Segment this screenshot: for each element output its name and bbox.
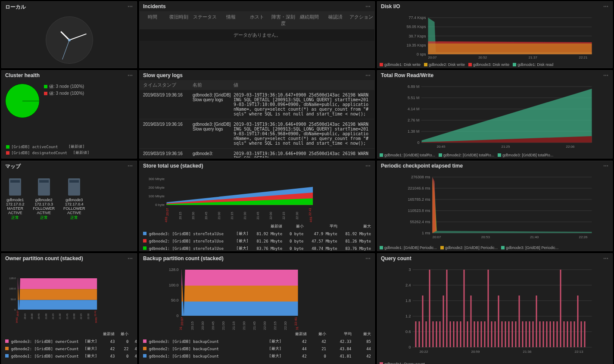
col-severity[interactable]: 障害・深刻度 bbox=[270, 14, 296, 27]
map-panel: マップ⋯ gdbnode1172.17.0.2MASTERACTIVE正常gdb… bbox=[1, 161, 137, 251]
svg-rect-150 bbox=[529, 321, 530, 347]
svg-text:221046.6 ms: 221046.6 ms bbox=[408, 186, 430, 190]
panel-menu-icon[interactable]: ⋯ bbox=[603, 72, 609, 78]
checkpoint-panel: Periodic checkpoint elapsed time⋯ 276308… bbox=[377, 161, 613, 251]
col-recovery[interactable]: 復旧時刻 bbox=[166, 14, 192, 27]
cluster-pie[interactable] bbox=[5, 84, 40, 118]
svg-rect-165 bbox=[581, 321, 582, 347]
svg-text:22:00: 22:00 bbox=[269, 212, 273, 220]
panel-menu-icon[interactable]: ⋯ bbox=[365, 72, 371, 78]
svg-rect-164 bbox=[577, 296, 579, 347]
totalrow-legend: gdbnode1: [GridDB] totalRo... gdbnode2: … bbox=[380, 153, 610, 157]
svg-rect-166 bbox=[584, 321, 586, 347]
svg-text:6.89 M: 6.89 M bbox=[408, 84, 420, 89]
col-host[interactable]: ホスト bbox=[244, 14, 270, 27]
col-value[interactable]: 値 bbox=[234, 82, 371, 88]
col-duration[interactable]: 継続期間 bbox=[296, 14, 322, 27]
col-ack[interactable]: 確認済 bbox=[322, 14, 349, 27]
panel-menu-icon[interactable]: ⋯ bbox=[128, 3, 133, 11]
svg-rect-148 bbox=[522, 321, 524, 347]
svg-text:21:15: 21:15 bbox=[232, 321, 236, 330]
col-time[interactable]: 時間 bbox=[140, 14, 166, 27]
panel-menu-icon[interactable]: ⋯ bbox=[603, 3, 609, 9]
panel-menu-icon[interactable]: ⋯ bbox=[365, 3, 371, 9]
svg-text:20:15: 20:15 bbox=[190, 321, 194, 330]
log-row[interactable]: 2019/03/19 19:36:16gdbnode3: [GridDB] Sl… bbox=[140, 119, 374, 149]
svg-text:20:45: 20:45 bbox=[205, 212, 208, 220]
col-info[interactable]: 情報 bbox=[218, 14, 244, 27]
svg-text:200 Mbyte: 200 Mbyte bbox=[149, 186, 165, 190]
svg-text:3: 3 bbox=[408, 268, 411, 272]
panel-menu-icon[interactable]: ⋯ bbox=[128, 255, 133, 261]
incidents-panel: Incidents⋯ 時間 復旧時刻 ステータス 情報 ホスト 障害・深刻度 継… bbox=[139, 1, 375, 68]
log-row[interactable]: 2019/03/19 19:36:16gdbnode3: [GridDB] Sl… bbox=[140, 90, 374, 119]
storetotal-chart[interactable]: 300 Mbyte200 Mbyte100 Mbyte0 byte 20:072… bbox=[140, 171, 374, 222]
svg-text:20:30: 20:30 bbox=[192, 212, 195, 220]
svg-text:58.05 Ksps: 58.05 Ksps bbox=[406, 25, 426, 29]
svg-rect-139 bbox=[491, 321, 492, 347]
querycount-chart[interactable]: 32.41.81.20.60 20:2220:5921:3622:13 bbox=[377, 263, 612, 356]
panel-menu-icon[interactable]: ⋯ bbox=[603, 163, 609, 169]
panel-menu-icon[interactable]: ⋯ bbox=[365, 163, 371, 169]
owner-chart[interactable]: 128.0100.050.00 20:0720:1520:3020:4521:0… bbox=[2, 263, 137, 330]
svg-rect-154 bbox=[543, 321, 544, 347]
svg-text:22:41: 22:41 bbox=[309, 208, 312, 216]
backup-panel: Backup partition count (stacked)⋯ 128.01… bbox=[139, 253, 375, 364]
backup-chart[interactable]: 128.0100.050.00 20:0720:1520:3020:4521:0… bbox=[140, 263, 374, 330]
querycount-legend: gdbnode1: Query count bbox=[380, 362, 610, 364]
svg-rect-136 bbox=[481, 321, 482, 347]
panel-title: Periodic checkpoint elapsed time bbox=[381, 163, 463, 169]
svg-rect-142 bbox=[502, 321, 503, 347]
svg-text:20:52: 20:52 bbox=[478, 56, 487, 59]
panel-title: Cluster health bbox=[5, 72, 40, 78]
svg-text:1.2: 1.2 bbox=[405, 314, 411, 318]
node-item[interactable]: gdbnode3172.17.0.4FOLLOWERACTIVE正常 bbox=[63, 178, 85, 221]
col-name[interactable]: 名前 bbox=[193, 82, 234, 88]
col-action[interactable]: アクション bbox=[349, 14, 375, 27]
svg-text:55262.4 ms: 55262.4 ms bbox=[410, 220, 430, 224]
svg-text:04/01: 04/01 bbox=[179, 326, 183, 330]
checkpoint-chart[interactable]: 276308 ms221046.6 ms165785.2 ms110523.8 … bbox=[377, 171, 612, 240]
svg-text:0: 0 bbox=[408, 345, 411, 349]
svg-rect-117 bbox=[415, 321, 417, 347]
svg-text:21:45: 21:45 bbox=[256, 212, 260, 220]
svg-rect-163 bbox=[574, 321, 575, 347]
clock-panel: ローカル⋯ bbox=[1, 1, 137, 68]
svg-text:22:15: 22:15 bbox=[80, 314, 82, 320]
svg-rect-129 bbox=[457, 321, 458, 347]
svg-rect-145 bbox=[512, 321, 513, 347]
panel-title: Backup partition count (stacked) bbox=[143, 255, 224, 261]
svg-text:04/01: 04/01 bbox=[95, 317, 97, 323]
log-row[interactable]: 2019/03/19 19:36:16gdbnode3:2019-03-19T1… bbox=[140, 149, 374, 158]
svg-rect-161 bbox=[567, 321, 568, 347]
svg-text:20:22: 20:22 bbox=[419, 350, 428, 354]
panel-menu-icon[interactable]: ⋯ bbox=[128, 72, 133, 78]
col-timestamp[interactable]: タイムスタンプ bbox=[143, 82, 193, 88]
svg-text:20:07: 20:07 bbox=[180, 317, 184, 326]
diskio-chart[interactable]: 77.4 Ksps58.05 Ksps38.7 Ksps19.35 Ksps0 … bbox=[377, 11, 612, 59]
analog-clock bbox=[2, 12, 137, 68]
svg-text:20:07: 20:07 bbox=[16, 311, 19, 317]
svg-text:300 Mbyte: 300 Mbyte bbox=[149, 177, 165, 181]
node-item[interactable]: gdbnode2172.17.0.3FOLLOWERACTIVE正常 bbox=[33, 178, 55, 221]
col-status[interactable]: ステータス bbox=[192, 14, 218, 27]
svg-rect-156 bbox=[550, 321, 551, 347]
svg-text:100.0: 100.0 bbox=[9, 287, 16, 290]
svg-text:20:45: 20:45 bbox=[436, 145, 446, 149]
totalrow-chart[interactable]: 6.89 M5.51 M4.14 M2.76 M1.38 M0 20:4521:… bbox=[377, 80, 612, 149]
node-item[interactable]: gdbnode1172.17.0.2MASTERACTIVE正常 bbox=[6, 178, 25, 221]
svg-text:20:07: 20:07 bbox=[428, 56, 437, 59]
svg-rect-160 bbox=[564, 321, 565, 347]
svg-rect-134 bbox=[474, 321, 475, 347]
svg-text:21:00: 21:00 bbox=[221, 321, 225, 330]
panel-title: Disk I/O bbox=[381, 3, 400, 9]
svg-text:21:40: 21:40 bbox=[530, 235, 539, 239]
slowquery-rows[interactable]: 2019/03/19 19:36:16gdbnode3: [GridDB] Sl… bbox=[140, 90, 374, 158]
svg-text:20:15: 20:15 bbox=[179, 212, 182, 220]
diskio-panel: Disk I/O⋯ 77.4 Ksps58.05 Ksps38.7 Ksps19… bbox=[377, 1, 613, 68]
panel-menu-icon[interactable]: ⋯ bbox=[128, 163, 133, 170]
panel-menu-icon[interactable]: ⋯ bbox=[603, 255, 609, 261]
svg-rect-130 bbox=[460, 321, 461, 347]
panel-menu-icon[interactable]: ⋯ bbox=[365, 255, 371, 261]
svg-rect-127 bbox=[450, 321, 451, 347]
